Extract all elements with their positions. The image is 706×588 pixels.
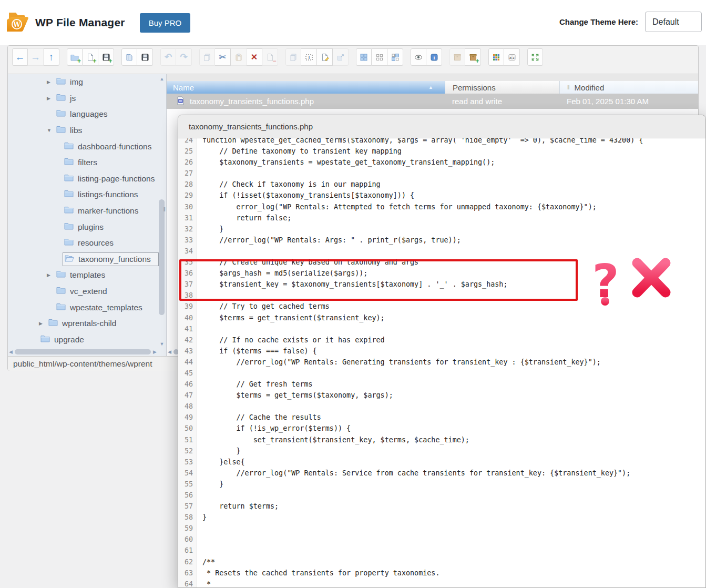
- tree-item-dashboard-functions[interactable]: dashboard-functions: [8, 138, 166, 155]
- tree-item-wpestate-templates[interactable]: wpestate_templates: [8, 299, 166, 316]
- chevron-down-icon[interactable]: ▼: [47, 128, 55, 133]
- dialog-titlebar[interactable]: taxonomy_transients_functions.php: [178, 115, 705, 138]
- forward-button[interactable]: →: [28, 48, 44, 66]
- scissors-icon: ✂: [219, 53, 226, 62]
- column-resize-grip[interactable]: ‖: [567, 84, 570, 90]
- theme-select[interactable]: Default: [645, 12, 702, 32]
- code-editor[interactable]: 24function wpestate_get_cached_terms($ta…: [178, 138, 705, 587]
- chevron-right-icon[interactable]: ▶: [39, 321, 47, 326]
- tree-item-libs[interactable]: ▼libs: [8, 123, 166, 139]
- line-number: 55: [178, 479, 197, 490]
- edit-pencil-icon: [321, 53, 329, 62]
- paste-button[interactable]: [231, 48, 247, 66]
- chevron-right-icon[interactable]: ▶: [47, 96, 55, 101]
- tree-item-img[interactable]: ▶img: [8, 74, 166, 90]
- code-line-56: 56: [178, 490, 705, 501]
- line-number: 38: [178, 290, 197, 301]
- tree-item-languages[interactable]: languages: [8, 106, 166, 123]
- tree-item-js[interactable]: ▶js: [8, 90, 166, 107]
- tree-item-listing-page-functions[interactable]: listing-page-functions: [8, 171, 166, 187]
- line-text: * Resets the cached transients for prope…: [197, 567, 439, 579]
- info-button[interactable]: i: [426, 48, 442, 66]
- toolbar: ←→↑+++↶↷✂✕−Ii+az: [8, 46, 698, 74]
- line-text: // Check if taxonomy is in our mapping: [197, 179, 381, 190]
- scroll-left-icon[interactable]: ◀: [9, 348, 13, 356]
- copy-button[interactable]: [199, 48, 215, 66]
- scroll-right-icon[interactable]: ▶: [153, 348, 157, 356]
- view-compact-button[interactable]: [387, 48, 403, 66]
- line-number: 54: [178, 468, 197, 479]
- line-number: 24: [178, 138, 197, 146]
- empty-folder-button[interactable]: −: [262, 48, 278, 66]
- line-text: [197, 534, 202, 545]
- line-number: 33: [178, 235, 197, 246]
- tree-item-taxonomy-functions[interactable]: taxonomy_functions: [8, 251, 166, 268]
- line-text: $transient_key = $taxonomy_transients[$t…: [197, 279, 507, 290]
- line-text: $taxonomy_transients = wpestate_get_taxo…: [197, 157, 495, 168]
- code-line-60: 60: [178, 534, 705, 545]
- file-name: taxonomy_transients_functions.php: [190, 97, 314, 106]
- column-header-name[interactable]: Name ▲: [167, 81, 445, 94]
- chevron-right-icon[interactable]: ▶: [47, 79, 55, 85]
- upload-button[interactable]: +: [98, 48, 114, 66]
- view-icons-button[interactable]: [356, 48, 372, 66]
- cross-mark-emoji: [628, 255, 674, 301]
- line-number: 28: [178, 179, 197, 190]
- workarea-top-strip: [167, 74, 698, 81]
- tree-item-listings-functions[interactable]: listings-functions: [8, 187, 166, 203]
- code-line-26: 26 $taxonomy_transients = wpestate_get_t…: [178, 157, 705, 168]
- grid-mixed-icon: [391, 53, 400, 62]
- redo-button[interactable]: ↷: [176, 48, 192, 66]
- resize-button[interactable]: [333, 48, 349, 66]
- panel-resize-grip[interactable]: ‖: [163, 207, 166, 212]
- extract-button[interactable]: +: [465, 48, 481, 66]
- line-number: 35: [178, 257, 197, 268]
- buy-pro-button[interactable]: Buy PRO: [140, 13, 191, 33]
- tree-item-upgrade[interactable]: upgrade: [8, 332, 166, 348]
- line-number: 37: [178, 279, 197, 290]
- tree-item-wprentals-child[interactable]: ▶wprentals-child: [8, 316, 166, 332]
- tree-item-marker-functions[interactable]: marker-functions: [8, 203, 166, 219]
- code-line-48: 48: [178, 401, 705, 412]
- sort-button[interactable]: [488, 48, 504, 66]
- tree-item-resources[interactable]: resources: [8, 235, 166, 251]
- chevron-right-icon[interactable]: ▶: [47, 272, 55, 278]
- column-header-modified[interactable]: ‖ Modified: [559, 81, 698, 94]
- view-list-button[interactable]: [372, 48, 387, 66]
- tree-item-plugins[interactable]: plugins: [8, 219, 166, 235]
- back-button[interactable]: ←: [12, 48, 28, 66]
- cut-button[interactable]: ✂: [215, 48, 231, 66]
- sort-ascending-icon: ▲: [428, 85, 433, 90]
- delete-button[interactable]: ✕: [247, 48, 262, 66]
- tree-horizontal-scrollbar[interactable]: ◀ ▶: [9, 348, 157, 356]
- fullscreen-button[interactable]: [527, 48, 543, 66]
- scroll-up-icon[interactable]: ▲: [158, 75, 166, 83]
- svg-text:a: a: [509, 55, 511, 59]
- new-folder-button[interactable]: +: [67, 48, 83, 66]
- scrollbar-thumb[interactable]: [159, 199, 165, 315]
- file-row[interactable]: taxonomy_transients_functions.php read a…: [167, 94, 698, 109]
- undo-button[interactable]: ↶: [160, 48, 176, 66]
- scroll-left-icon[interactable]: ◀: [168, 348, 171, 356]
- download-button[interactable]: [137, 48, 153, 66]
- archive-button[interactable]: [449, 48, 465, 66]
- line-number: 25: [178, 146, 197, 157]
- rename-button[interactable]: I: [301, 48, 317, 66]
- tree-item-templates[interactable]: ▶templates: [8, 267, 166, 283]
- code-line-30: 30 error_log("WP Rentals: Attempted to f…: [178, 201, 705, 212]
- duplicate-button[interactable]: [285, 48, 301, 66]
- open-button[interactable]: [121, 48, 137, 66]
- scrollbar-thumb[interactable]: [15, 349, 151, 354]
- wp-file-manager-logo: W: [7, 9, 29, 36]
- new-file-button[interactable]: +: [83, 48, 98, 66]
- up-button[interactable]: ↑: [44, 48, 59, 66]
- tree-item-vc-extend[interactable]: vc_extend: [8, 283, 166, 300]
- tree-item-filters[interactable]: filters: [8, 155, 166, 171]
- color-grid-icon: [492, 53, 500, 62]
- scroll-down-icon[interactable]: ▼: [158, 340, 166, 348]
- edit-button[interactable]: [317, 48, 333, 66]
- column-header-permissions[interactable]: Permissions: [445, 81, 559, 94]
- sort-az-button[interactable]: az: [504, 48, 520, 66]
- folder-icon: [56, 126, 66, 135]
- preview-button[interactable]: [411, 48, 426, 66]
